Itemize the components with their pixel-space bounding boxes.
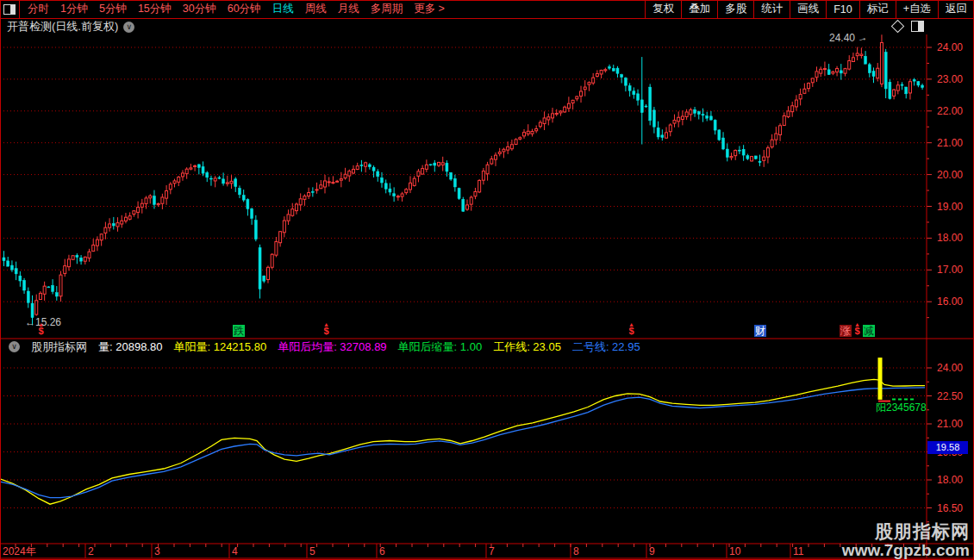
candle-body [576,96,578,99]
candle-body [315,190,318,190]
candle-body [791,106,794,112]
candle-body [633,91,635,95]
candle-body [320,185,322,189]
candle-body [645,106,647,107]
period-tab-7[interactable]: 周线 [305,2,327,16]
candle-body [149,196,152,197]
toolbar-button-2[interactable]: 多股 [717,0,753,18]
candle-body [10,265,13,270]
candle-body [714,120,716,130]
period-tab-6[interactable]: 日线 [272,2,294,16]
candle-body [84,257,86,261]
candle-body [438,162,440,165]
candle-body [596,74,598,77]
period-tab-3[interactable]: 15分钟 [138,2,172,16]
candle-body [441,163,444,165]
candle-body [779,126,782,135]
candle-body [116,223,119,227]
chevron-down-icon[interactable]: ∨ [123,22,134,33]
candle-body [311,191,314,192]
period-tab-4[interactable]: 30分钟 [183,2,216,16]
candle-body [336,181,339,182]
candle-body [112,223,115,226]
candle-body [751,157,753,161]
event-badge: 涨 [840,325,852,337]
toolbar-button-5[interactable]: F10 [826,0,859,18]
candle-body [393,194,396,196]
candle-body [515,140,517,145]
candle-body [275,241,278,255]
indicator-field-2: 单阳后均量: 32708.89 [278,339,386,355]
candle-body [510,145,513,149]
high-price-annotation: 24.40→ [829,32,867,44]
candle-body [624,78,627,86]
candle-body [694,109,696,113]
candle-body [121,221,123,224]
period-tab-2[interactable]: 5分钟 [99,2,127,16]
candle-body [523,133,526,136]
period-tab-0[interactable]: 分时 [28,2,49,16]
candle-body [303,196,306,200]
candle-body [234,179,237,187]
toolbar-button-4[interactable]: 画线 [790,0,826,18]
page-title: 开普检测(日线.前复权) [0,19,118,34]
candle-body [527,131,529,134]
candle-body [921,85,924,88]
candle-body [15,269,17,274]
toolbar-button-3[interactable]: 统计 [753,0,790,18]
y-axis-label: 20.00 [937,169,963,181]
signal-label: 阳2345678 [876,401,927,415]
candle-body [759,161,761,162]
candle-body [652,110,655,127]
period-tab-10[interactable]: 更多 > [414,2,445,16]
candle-body [852,58,854,62]
window-layout-button[interactable] [0,0,20,18]
candle-body [173,181,176,184]
diamond-icon[interactable] [891,20,905,34]
candle-body [795,100,797,107]
candle-body [27,291,29,302]
candle-body [754,156,757,159]
candle-body [616,68,619,73]
period-toolbar: 分时1分钟5分钟15分钟30分钟60分钟日线周线月线多周期更多 > 复权叠加多股… [0,0,974,19]
toolbar-actions: 复权叠加多股统计画线F10标记+自选返回 [645,0,974,18]
candle-body [466,205,469,209]
candle-body [377,171,379,177]
period-tab-8[interactable]: 月线 [338,2,359,16]
x-axis-label: 3 [154,545,160,557]
y-axis-label: 17.00 [937,264,963,276]
chart-canvas[interactable]: 24.0023.0022.0021.0020.0019.0018.0017.00… [0,34,974,560]
toolbar-button-1[interactable]: 叠加 [681,0,717,18]
toolbar-button-7[interactable]: +自选 [896,0,938,18]
candle-body [868,65,871,73]
candle-body [332,183,334,184]
candle-body [470,197,472,204]
candle-body [92,245,95,251]
indicator-field-5: 二号线: 22.95 [572,339,640,355]
collapse-indicator-icon[interactable]: ∨ [9,341,20,352]
candle-body [19,276,22,281]
period-tab-1[interactable]: 1分钟 [60,2,88,16]
candle-body [100,234,103,240]
candle-body [263,276,265,281]
period-tab-5[interactable]: 60分钟 [228,2,261,16]
candle-body [889,82,891,98]
candle-body [746,156,749,159]
toolbar-button-8[interactable]: 返回 [938,0,974,18]
candle-body [109,224,111,227]
toolbar-button-6[interactable]: 标记 [859,0,896,18]
candle-body [612,68,615,71]
split-pane-icon[interactable] [911,21,924,32]
event-badge: 跌 [233,325,245,337]
candle-body [230,181,233,184]
candle-body [730,157,733,158]
candle-body [169,184,172,190]
candle-body [421,169,424,174]
toolbar-button-0[interactable]: 复权 [645,0,681,18]
candle-body [507,146,509,150]
period-tab-9[interactable]: 多周期 [371,2,403,16]
y-axis-label: 24.00 [937,362,963,374]
watermark-url: www.7gpzb.com [842,541,970,559]
candle-body [368,165,371,167]
y-axis-label: 19.00 [937,201,963,213]
